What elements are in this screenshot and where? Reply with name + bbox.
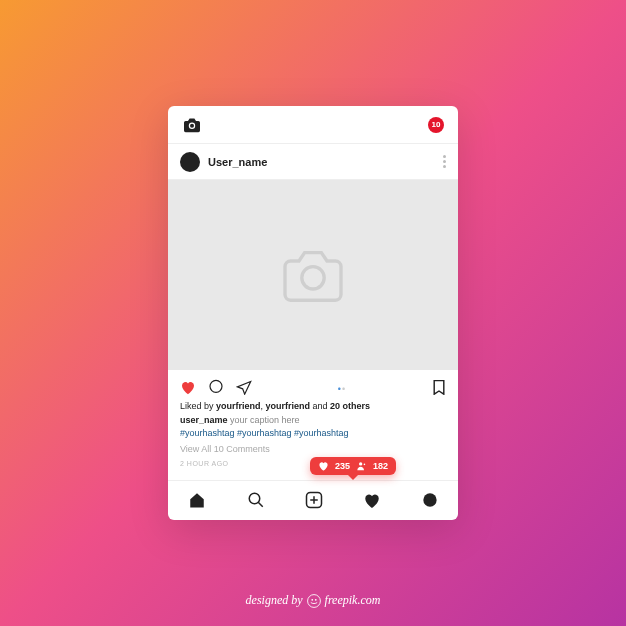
more-options-icon[interactable] bbox=[443, 155, 446, 168]
bookmark-icon[interactable] bbox=[432, 379, 446, 395]
post-header: User_name bbox=[168, 144, 458, 180]
like-icon[interactable] bbox=[180, 380, 196, 395]
instagram-post-frame: 10 User_name bbox=[168, 106, 458, 520]
attribution: designed by freepik.com bbox=[0, 593, 626, 608]
action-bar: •• bbox=[168, 370, 458, 400]
notification-badge[interactable]: 10 bbox=[428, 117, 444, 133]
svg-point-6 bbox=[249, 494, 260, 505]
svg-point-8 bbox=[423, 494, 436, 507]
image-placeholder-icon bbox=[278, 247, 348, 303]
activity-tab-icon[interactable] bbox=[363, 492, 381, 509]
activity-tooltip[interactable]: 235 182 bbox=[310, 457, 396, 475]
tooltip-likes-count: 235 bbox=[335, 461, 350, 471]
comment-icon[interactable] bbox=[208, 379, 224, 395]
post-image[interactable] bbox=[168, 180, 458, 370]
tooltip-followers-count: 182 bbox=[373, 461, 388, 471]
top-bar: 10 bbox=[168, 106, 458, 144]
svg-point-1 bbox=[190, 124, 194, 128]
caption-username[interactable]: user_name bbox=[180, 415, 228, 425]
svg-point-2 bbox=[302, 267, 324, 289]
svg-point-5 bbox=[364, 463, 366, 465]
caption-text: your caption here bbox=[228, 415, 300, 425]
svg-point-3 bbox=[210, 381, 222, 393]
profile-tab-icon[interactable] bbox=[422, 492, 438, 508]
svg-point-9 bbox=[307, 594, 320, 607]
freepik-logo-icon bbox=[307, 594, 321, 608]
view-comments-link[interactable]: View All 10 Comments bbox=[180, 443, 446, 457]
bottom-tab-bar: 235 182 bbox=[168, 480, 458, 520]
post-username[interactable]: User_name bbox=[208, 156, 267, 168]
share-icon[interactable] bbox=[236, 380, 252, 395]
add-tab-icon[interactable] bbox=[305, 491, 323, 509]
avatar[interactable] bbox=[180, 152, 200, 172]
hashtags[interactable]: #yourhashtag #yourhashtag #yourhashtag bbox=[180, 427, 446, 441]
caption: user_name your caption here bbox=[180, 414, 446, 428]
home-tab-icon[interactable] bbox=[188, 491, 206, 509]
search-tab-icon[interactable] bbox=[247, 491, 265, 509]
svg-point-11 bbox=[314, 598, 316, 600]
likes-text[interactable]: Liked by yourfriend, yourfriend and 20 o… bbox=[180, 400, 446, 414]
carousel-indicator: •• bbox=[264, 378, 420, 396]
camera-icon[interactable] bbox=[182, 117, 202, 133]
svg-point-4 bbox=[359, 462, 362, 465]
svg-point-10 bbox=[311, 598, 313, 600]
